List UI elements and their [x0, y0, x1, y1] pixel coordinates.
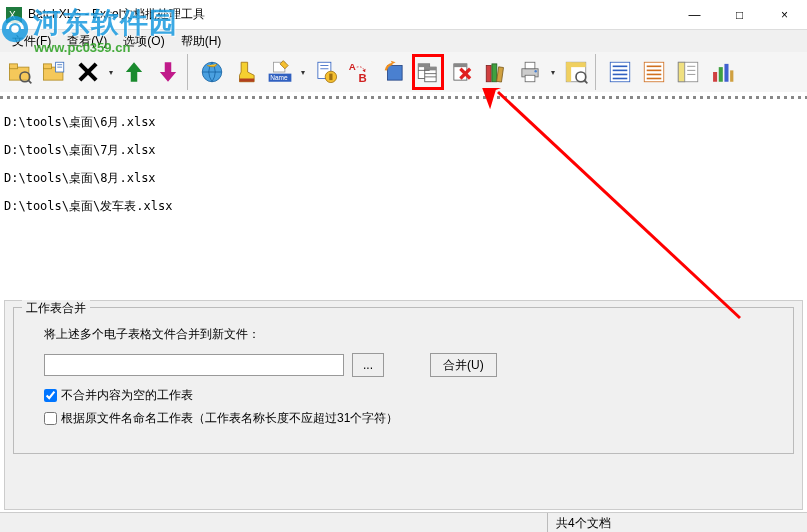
app-icon: X [6, 7, 22, 23]
menubar: 文件(F) 查看(V) 选项(O) 帮助(H) [0, 30, 807, 52]
svg-point-46 [534, 70, 536, 72]
svg-rect-44 [525, 62, 535, 69]
file-attr-button[interactable] [310, 54, 342, 90]
svg-rect-40 [486, 66, 491, 82]
merge-button[interactable]: 合并(U) [430, 353, 497, 377]
delete-sheet-button[interactable] [446, 54, 478, 90]
svg-rect-32 [425, 67, 436, 70]
statusbar: 共4个文档 [0, 512, 807, 532]
list-pane-button[interactable] [672, 54, 704, 90]
bottom-panel: 工作表合并 将上述多个电子表格文件合并到新文件： ... 合并(U) 不合并内容… [4, 300, 803, 510]
replace-text-button[interactable]: AB [344, 54, 376, 90]
skip-empty-label: 不合并内容为空的工作表 [61, 387, 193, 404]
merge-sheets-button[interactable] [412, 54, 444, 90]
svg-rect-37 [454, 64, 467, 67]
pivot-button[interactable] [560, 54, 592, 90]
menu-options[interactable]: 选项(O) [115, 31, 172, 52]
list-blue-button[interactable] [604, 54, 636, 90]
svg-rect-70 [730, 70, 733, 81]
status-count: 共4个文档 [547, 513, 807, 532]
books-button[interactable] [480, 54, 512, 90]
bar-chart-button[interactable] [706, 54, 738, 90]
toolbar: Name AB [0, 52, 807, 96]
svg-rect-49 [566, 62, 571, 82]
output-path-input[interactable] [44, 354, 344, 376]
merge-fieldset: 工作表合并 将上述多个电子表格文件合并到新文件： ... 合并(U) 不合并内容… [13, 307, 794, 454]
minimize-button[interactable]: — [672, 0, 717, 29]
rename-label: 根据原文件名命名工作表（工作表名称长度不应超过31个字符） [61, 410, 398, 427]
merge-instruction: 将上述多个电子表格文件合并到新文件： [44, 326, 781, 343]
move-down-button[interactable] [152, 54, 184, 90]
browse-button[interactable]: ... [352, 353, 384, 377]
svg-rect-67 [713, 72, 717, 82]
internet-button[interactable] [196, 54, 228, 90]
svg-rect-25 [329, 74, 332, 81]
svg-text:X: X [9, 10, 16, 21]
skip-empty-checkbox-row[interactable]: 不合并内容为空的工作表 [44, 387, 781, 404]
rotate-button[interactable] [378, 54, 410, 90]
open-folder-button[interactable] [4, 54, 36, 90]
svg-rect-69 [724, 64, 728, 82]
svg-text:A: A [349, 61, 356, 72]
remove-dropdown[interactable] [106, 68, 116, 77]
file-row[interactable]: D:\tools\桌面\6月.xlsx [4, 115, 803, 129]
file-row[interactable]: D:\tools\桌面\7月.xlsx [4, 143, 803, 157]
titlebar: X BatchXLS - Excel文档批处理工具 — □ × [0, 0, 807, 30]
svg-text:Name: Name [270, 74, 288, 81]
svg-rect-31 [418, 64, 429, 67]
printer-dropdown[interactable] [548, 68, 558, 77]
boot-button[interactable] [230, 54, 262, 90]
svg-line-7 [28, 80, 31, 83]
printer-button[interactable] [514, 54, 546, 90]
svg-rect-63 [678, 62, 685, 82]
file-row[interactable]: D:\tools\桌面\发车表.xlsx [4, 199, 803, 213]
rename-checkbox[interactable] [44, 412, 57, 425]
rename-dropdown[interactable] [298, 68, 308, 77]
svg-rect-5 [9, 64, 17, 69]
svg-text:B: B [358, 72, 366, 84]
add-file-button[interactable] [38, 54, 70, 90]
svg-rect-68 [719, 67, 723, 82]
rename-checkbox-row[interactable]: 根据原文件名命名工作表（工作表名称长度不应超过31个字符） [44, 410, 781, 427]
svg-line-51 [584, 80, 587, 83]
menu-file[interactable]: 文件(F) [4, 31, 59, 52]
list-orange-button[interactable] [638, 54, 670, 90]
window-title: BatchXLS - Excel文档批处理工具 [28, 6, 672, 23]
menu-help[interactable]: 帮助(H) [173, 31, 230, 52]
remove-button[interactable] [72, 54, 104, 90]
file-row[interactable]: D:\tools\桌面\8月.xlsx [4, 171, 803, 185]
svg-rect-9 [43, 64, 51, 69]
svg-rect-28 [388, 66, 403, 81]
merge-legend: 工作表合并 [22, 300, 90, 317]
svg-rect-41 [492, 64, 497, 82]
menu-view[interactable]: 查看(V) [59, 31, 115, 52]
svg-rect-17 [240, 79, 255, 82]
move-up-button[interactable] [118, 54, 150, 90]
svg-rect-45 [525, 75, 535, 82]
close-button[interactable]: × [762, 0, 807, 29]
file-list[interactable]: D:\tools\桌面\6月.xlsx D:\tools\桌面\7月.xlsx … [0, 99, 807, 299]
rename-button[interactable]: Name [264, 54, 296, 90]
svg-rect-42 [497, 67, 504, 82]
maximize-button[interactable]: □ [717, 0, 762, 29]
skip-empty-checkbox[interactable] [44, 389, 57, 402]
